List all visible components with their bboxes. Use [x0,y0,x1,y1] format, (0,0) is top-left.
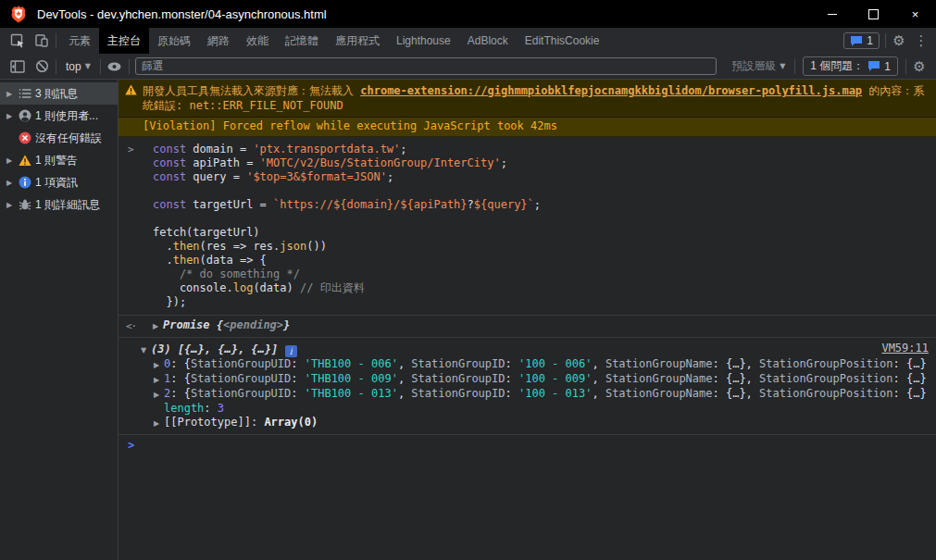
object-row: ▶2: {StationGroupUID: 'THB100 - 013', St… [141,387,929,402]
maximize-button[interactable] [853,0,894,28]
warning-icon [18,154,31,168]
tab-sources[interactable]: 原始碼 [149,28,199,54]
expand-triangle-icon[interactable]: ▶ [154,388,164,402]
console-sidebar-toggle-icon[interactable] [6,56,30,77]
issues-count: 1 [867,34,873,47]
object-row: ▶[[Prototype]]: Array(0) [141,416,929,430]
expand-triangle-icon[interactable]: ▶ [5,179,14,187]
issues-bubble-icon [867,60,880,72]
object-row: ▶0: {StationGroupUID: 'THB100 - 006', St… [141,357,929,372]
log-level-value: 預設層級 [731,58,776,74]
sidebar-item-label: 1 則詳細訊息 [35,197,100,213]
console-settings-gear-icon[interactable]: ⚙ [908,58,930,75]
expand-triangle-icon[interactable]: ▶ [154,373,164,387]
tab-performance[interactable]: 效能 [238,28,277,54]
sidebar-item-label: 3 則訊息 [35,86,78,102]
code-line: fetch(targetUrl) [153,226,929,240]
result-marker-icon: <· [126,319,136,333]
brave-icon [9,5,28,23]
tab-adblock[interactable]: AdBlock [459,28,517,54]
source-location-link[interactable]: VM59:11 [881,342,929,355]
warning-icon [125,84,137,95]
separator [100,59,101,74]
separator [885,33,886,48]
tab-application[interactable]: 應用程式 [327,28,388,54]
expand-triangle-icon[interactable]: ▶ [5,201,14,209]
tab-network[interactable]: 網路 [199,28,238,54]
issues-badge[interactable]: 1 [843,32,880,49]
code-line: .then(data => { [153,254,929,268]
tab-memory[interactable]: 記憶體 [277,28,327,54]
context-selector-value: top [66,60,81,73]
chevron-down-icon: ▼ [85,62,91,70]
console-pane: 開發人員工具無法載入來源對應：無法載入 chrome-extension://g… [119,80,936,560]
object-row: ▼(3) [{…}, {…}, {…}] i [141,342,929,357]
window-title: DevTools - dev.yhchen.monster/04-asynchr… [37,7,811,21]
sidebar-item-warnings[interactable]: ▶1 則警告 [0,149,118,171]
sidebar-item-label: 1 則警告 [35,153,78,168]
separator [794,59,795,74]
separator [56,33,56,48]
prompt-chevron-icon: > [128,439,134,452]
tab-elements[interactable]: 元素 [60,28,99,54]
context-selector[interactable]: top ▼ [58,60,98,73]
tab-editthiscookie[interactable]: EditThisCookie [517,28,608,54]
code-line: const domain = 'ptx.transportdata.tw'; [153,143,929,156]
expand-triangle-icon[interactable]: ▶ [153,319,163,333]
inspect-element-icon[interactable] [6,31,30,51]
input-chevron-icon: > [128,143,134,156]
sidebar-item-info[interactable]: ▶1 項資訊 [0,171,118,193]
close-button[interactable]: × [894,0,936,28]
kebab-menu-icon[interactable]: ⋮ [910,32,932,49]
issues-chip[interactable]: 1 個問題： 1 [803,56,898,76]
tab-console[interactable]: 主控台 [99,28,149,54]
object-row: ▶1: {StationGroupUID: 'THB100 - 009', St… [141,372,929,387]
info-badge-icon[interactable]: i [285,345,297,357]
expand-triangle-icon[interactable]: ▶ [5,90,14,98]
settings-gear-icon[interactable]: ⚙ [888,32,910,49]
live-expression-eye-icon[interactable] [103,56,127,77]
sidebar-item-label: 沒有任何錯誤 [35,131,102,146]
separator [905,59,906,74]
expand-triangle-icon[interactable]: ▼ [141,343,151,357]
expand-triangle-icon[interactable]: ▶ [154,358,164,372]
expand-triangle-icon[interactable]: ▶ [5,112,14,120]
title-bar: DevTools - dev.yhchen.monster/04-asynchr… [0,0,936,28]
expand-triangle-icon[interactable]: ▶ [154,417,164,430]
error-icon [18,131,31,145]
chevron-down-icon: ▼ [780,62,785,70]
issues-chip-label: 1 個問題： [810,58,864,74]
code-line: const targetUrl = `https://${domain}/${a… [153,198,929,212]
console-prompt[interactable]: > [119,435,936,480]
minimize-button[interactable] [811,0,853,28]
console-result-row: <· ▶Promise {<pending>} [119,316,936,338]
sidebar-item-verbose[interactable]: ▶1 則詳細訊息 [0,193,118,216]
code-line: }); [153,295,929,309]
console-sidebar: ▶3 則訊息▶1 則使用者...沒有任何錯誤▶1 則警告▶1 項資訊▶1 則詳細… [0,80,119,560]
warning-source-map-link[interactable]: chrome-extension://gighmmpiobklfepjocnam… [360,84,862,97]
bug-icon [18,198,31,212]
device-toolbar-icon[interactable] [30,31,54,51]
code-line: const query = '$top=3&$format=JSON'; [153,170,929,184]
sidebar-item-messages[interactable]: ▶3 則訊息 [0,82,118,105]
object-row: length: 3 [141,402,929,416]
code-line: /* do something */ [153,268,929,281]
issues-bubble-icon [850,35,863,47]
warning-text: 開發人員工具無法載入來源對應：無法載入 [143,84,360,97]
issues-chip-count: 1 [884,60,891,73]
clear-console-icon[interactable] [30,56,54,77]
sidebar-item-user-messages[interactable]: ▶1 則使用者... [0,105,118,127]
devtools-window: DevTools - dev.yhchen.monster/04-asynchr… [0,0,936,560]
expand-triangle-icon[interactable]: ▶ [5,156,14,165]
code-line [153,212,929,226]
log-level-selector[interactable]: 預設層級 ▼ [724,58,792,74]
code-line: .then(res => res.json()) [153,240,929,254]
tab-lighthouse[interactable]: Lighthouse [388,28,459,54]
console-toolbar: top ▼ 篩選 預設層級 ▼ 1 個問題： 1 ⚙ [0,54,936,80]
filter-input[interactable]: 篩選 [135,57,717,75]
user-icon [18,109,31,123]
sidebar-item-label: 1 則使用者... [35,108,98,124]
list-icon [18,87,31,101]
sidebar-item-errors[interactable]: 沒有任何錯誤 [0,127,118,149]
console-input-echo: > const domain = 'ptx.transportdata.tw';… [119,137,936,316]
